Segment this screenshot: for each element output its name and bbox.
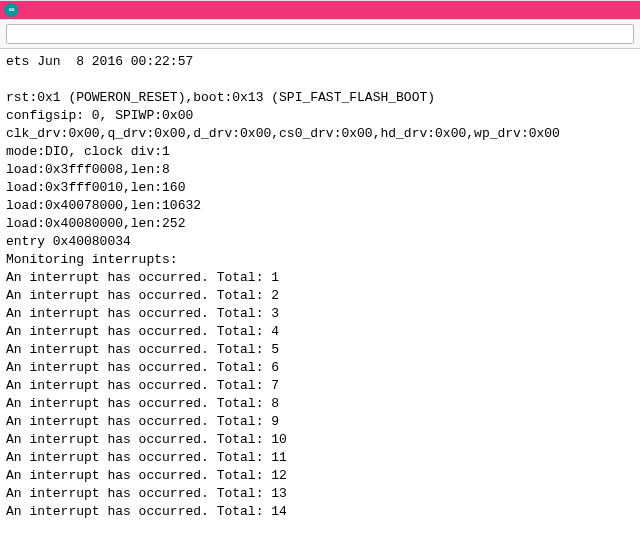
output-line: An interrupt has occurred. Total: 6 — [6, 359, 634, 377]
output-line: load:0x3fff0010,len:160 — [6, 179, 634, 197]
output-line: An interrupt has occurred. Total: 5 — [6, 341, 634, 359]
output-line: An interrupt has occurred. Total: 11 — [6, 449, 634, 467]
output-line: An interrupt has occurred. Total: 3 — [6, 305, 634, 323]
output-line: An interrupt has occurred. Total: 1 — [6, 269, 634, 287]
serial-input-row — [0, 20, 640, 49]
titlebar: ∞ — [0, 0, 640, 20]
serial-output: ets Jun 8 2016 00:22:57 rst:0x1 (POWERON… — [0, 49, 640, 525]
output-line: configsip: 0, SPIWP:0x00 — [6, 107, 634, 125]
output-line: An interrupt has occurred. Total: 10 — [6, 431, 634, 449]
output-line: An interrupt has occurred. Total: 12 — [6, 467, 634, 485]
output-line: ets Jun 8 2016 00:22:57 — [6, 53, 634, 71]
output-line: Monitoring interrupts: — [6, 251, 634, 269]
output-line: clk_drv:0x00,q_drv:0x00,d_drv:0x00,cs0_d… — [6, 125, 634, 143]
output-line: rst:0x1 (POWERON_RESET),boot:0x13 (SPI_F… — [6, 89, 634, 107]
output-line: An interrupt has occurred. Total: 4 — [6, 323, 634, 341]
arduino-icon-glyph: ∞ — [9, 1, 14, 19]
output-line: An interrupt has occurred. Total: 13 — [6, 485, 634, 503]
output-line: load:0x40078000,len:10632 — [6, 197, 634, 215]
arduino-icon: ∞ — [4, 3, 18, 17]
output-line: mode:DIO, clock div:1 — [6, 143, 634, 161]
output-line: entry 0x40080034 — [6, 233, 634, 251]
serial-input[interactable] — [6, 24, 634, 44]
output-line — [6, 71, 634, 89]
output-line: An interrupt has occurred. Total: 9 — [6, 413, 634, 431]
output-line: load:0x40080000,len:252 — [6, 215, 634, 233]
output-line: An interrupt has occurred. Total: 2 — [6, 287, 634, 305]
output-line: load:0x3fff0008,len:8 — [6, 161, 634, 179]
output-line: An interrupt has occurred. Total: 7 — [6, 377, 634, 395]
output-line: An interrupt has occurred. Total: 14 — [6, 503, 634, 521]
output-line: An interrupt has occurred. Total: 8 — [6, 395, 634, 413]
